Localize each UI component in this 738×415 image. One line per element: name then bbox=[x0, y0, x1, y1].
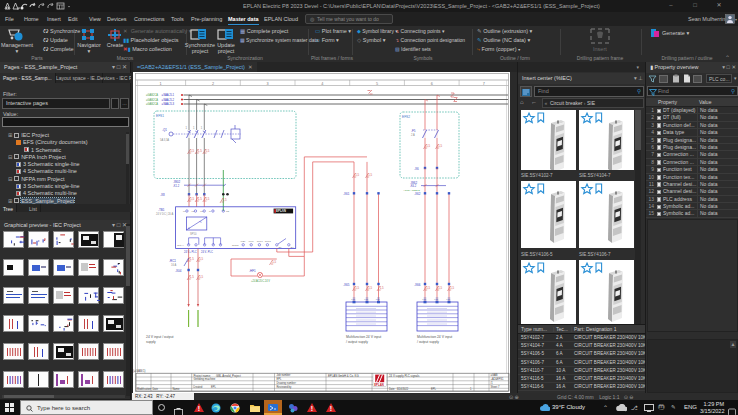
svg-text:Multifunction 24 V input: Multifunction 24 V input bbox=[346, 335, 381, 339]
svg-text:1,5: 1,5 bbox=[272, 260, 276, 264]
svg-text:-RC1: -RC1 bbox=[169, 259, 176, 263]
svg-text:1,5: 1,5 bbox=[206, 197, 210, 201]
svg-text:5: 5 bbox=[376, 82, 378, 86]
svg-text:2: 2 bbox=[212, 82, 214, 86]
svg-text:EPL: EPL bbox=[431, 387, 436, 391]
svg-text:=GAB2CA: =GAB2CA bbox=[146, 98, 158, 102]
svg-text:Job number:: Job number: bbox=[277, 373, 292, 377]
svg-text:/ output supply: / output supply bbox=[346, 340, 368, 344]
svg-text:1,5: 1,5 bbox=[438, 286, 442, 290]
svg-text:!: ! bbox=[330, 405, 332, 412]
svg-text:-X8: -X8 bbox=[160, 193, 165, 197]
svg-text:-X61: -X61 bbox=[343, 192, 350, 196]
svg-text:=SAA 2L1: =SAA 2L1 bbox=[162, 93, 175, 97]
svg-text:+24 AC/DC 24 V: +24 AC/DC 24 V bbox=[251, 279, 270, 283]
svg-text:EFS2: EFS2 bbox=[402, 115, 410, 119]
svg-text:OUT2: OUT2 bbox=[265, 240, 272, 242]
svg-text:1,5: 1,5 bbox=[199, 257, 203, 261]
svg-text:24 V supply PLC signals: 24 V supply PLC signals bbox=[389, 374, 420, 378]
svg-text:-X62: -X62 bbox=[414, 192, 421, 196]
svg-text:1: 1 bbox=[201, 126, 203, 130]
svg-text:1,5: 1,5 bbox=[190, 275, 194, 279]
svg-text:1,5: 1,5 bbox=[198, 197, 202, 201]
svg-text:1,5: 1,5 bbox=[368, 173, 372, 177]
svg-text:!: ! bbox=[311, 405, 313, 412]
svg-text:=SAA 2L2: =SAA 2L2 bbox=[162, 98, 175, 102]
svg-text:Grinding machine: Grinding machine bbox=[194, 377, 216, 381]
svg-text:1,5: 1,5 bbox=[355, 286, 359, 290]
svg-text:Date: Date bbox=[153, 387, 159, 391]
svg-text:EPLAN: EPLAN bbox=[374, 383, 383, 387]
svg-text:-Q1: -Q1 bbox=[162, 128, 167, 132]
svg-text:-X04: -X04 bbox=[175, 269, 182, 273]
svg-text:supply: supply bbox=[146, 340, 156, 344]
svg-text:Out(+): Out(+) bbox=[177, 244, 184, 247]
svg-text:1: 1 bbox=[193, 126, 195, 130]
svg-text:N: N bbox=[209, 210, 211, 213]
svg-text:Modification: Modification bbox=[137, 387, 151, 391]
svg-text:1: 1 bbox=[159, 82, 161, 86]
svg-text:=: = bbox=[188, 226, 190, 230]
svg-text:1,5: 1,5 bbox=[426, 144, 430, 148]
svg-text:2 A: 2 A bbox=[411, 133, 415, 137]
svg-text:Work: Work bbox=[249, 240, 255, 242]
svg-text:EPLAN GmbH & Co. KG: EPLAN GmbH & Co. KG bbox=[328, 374, 359, 378]
svg-text:+A2&EFS1: +A2&EFS1 bbox=[491, 377, 504, 381]
svg-text:1,5: 1,5 bbox=[380, 286, 384, 290]
svg-text:6: 6 bbox=[431, 82, 433, 86]
svg-text:(=GAB/1): (=GAB/1) bbox=[133, 369, 146, 373]
svg-text:5A 3,5A: 5A 3,5A bbox=[160, 138, 169, 142]
svg-text:SP10: SP10 bbox=[190, 232, 197, 236]
svg-text:WBK: WBK bbox=[241, 240, 247, 242]
svg-text:1,5: 1,5 bbox=[206, 149, 210, 153]
svg-text:-K1.2: -K1.2 bbox=[173, 184, 180, 188]
svg-text:!: ! bbox=[198, 405, 200, 412]
svg-text:ST: ST bbox=[279, 246, 283, 249]
svg-text:1,5: 1,5 bbox=[426, 286, 430, 290]
svg-text:-F5: -F5 bbox=[411, 129, 416, 133]
svg-text:EPL: EPL bbox=[211, 385, 216, 389]
svg-text:-X66: -X66 bbox=[414, 283, 421, 287]
svg-text:OUT1: OUT1 bbox=[257, 240, 264, 242]
svg-text:-HF1: -HF1 bbox=[249, 269, 256, 273]
svg-text:Sheet 7: Sheet 7 bbox=[491, 385, 500, 389]
svg-text:Created:: Created: bbox=[193, 385, 203, 389]
svg-text:SH: SH bbox=[291, 246, 295, 249]
svg-text:-X65: -X65 bbox=[343, 283, 350, 287]
svg-text:24 V DC | 20 A: 24 V DC | 20 A bbox=[156, 212, 173, 216]
svg-text:/ output supply: / output supply bbox=[417, 340, 439, 344]
svg-text:=GAB2CA: =GAB2CA bbox=[146, 102, 158, 106]
svg-text:Signal: Signal bbox=[232, 244, 239, 247]
svg-text:24 V- PLC: 24 V- PLC bbox=[201, 250, 213, 254]
svg-text:1: 1 bbox=[186, 126, 188, 130]
svg-text:GBL.Arnold_Project: GBL.Arnold_Project bbox=[216, 374, 241, 378]
svg-text:EPL: EPL bbox=[277, 377, 282, 381]
svg-text:16 A: 16 A bbox=[171, 263, 176, 267]
svg-text:Date 3/24/2022: Date 3/24/2022 bbox=[389, 387, 409, 391]
svg-text:PE: PE bbox=[226, 210, 230, 213]
svg-text:Multifunction 24 V input: Multifunction 24 V input bbox=[417, 335, 452, 339]
svg-text:1,5: 1,5 bbox=[198, 149, 202, 153]
svg-text:EFS1: EFS1 bbox=[156, 114, 164, 118]
svg-text:1,5: 1,5 bbox=[355, 173, 359, 177]
svg-text:24 V input / output: 24 V input / output bbox=[146, 335, 174, 339]
svg-text:Reviewed by: Reviewed by bbox=[277, 385, 293, 389]
svg-text:1,5: 1,5 bbox=[190, 197, 194, 201]
svg-text:24 V+ PLC: 24 V+ PLC bbox=[184, 250, 197, 254]
svg-text:1,5: 1,5 bbox=[190, 149, 194, 153]
svg-text:7: 7 bbox=[483, 82, 485, 86]
svg-text:-TB1: -TB1 bbox=[158, 208, 165, 212]
svg-text:4: 4 bbox=[321, 82, 323, 86]
svg-text:Name: Name bbox=[173, 387, 180, 391]
svg-text:-K6.2: -K6.2 bbox=[410, 184, 417, 188]
svg-text:3: 3 bbox=[267, 82, 269, 86]
svg-text:1,5: 1,5 bbox=[199, 275, 203, 279]
svg-text:∿: ∿ bbox=[199, 220, 202, 224]
svg-text:-X6: -X6 bbox=[414, 167, 419, 171]
svg-text:=GAB2CA: =GAB2CA bbox=[146, 93, 158, 97]
svg-text:EPLΛN: EPLΛN bbox=[276, 209, 286, 213]
svg-text:=SAA 2L3: =SAA 2L3 bbox=[162, 102, 175, 106]
svg-text:1,5: 1,5 bbox=[450, 286, 454, 290]
svg-text:1,5: 1,5 bbox=[223, 198, 227, 202]
svg-text:Drawing number:: Drawing number: bbox=[277, 381, 297, 385]
